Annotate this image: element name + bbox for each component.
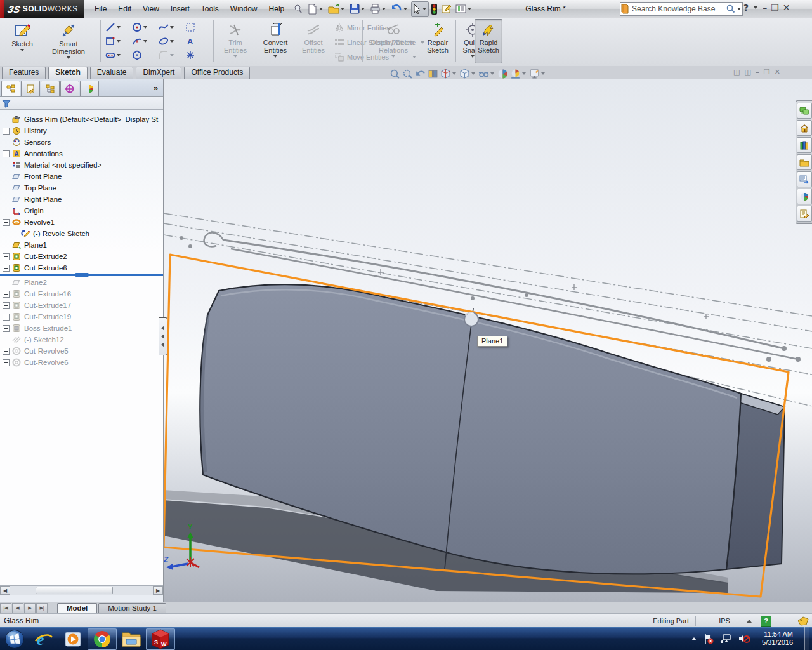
close-icon[interactable]: ✕ — [783, 3, 790, 13]
sketch-button[interactable]: Sketch — [4, 19, 41, 63]
tree-item-annotations[interactable]: AAnnotations — [0, 148, 163, 159]
offset-entities-button[interactable]: Offset Entities — [296, 19, 331, 63]
rebuild-traffic-light-button[interactable] — [430, 1, 438, 17]
expand-plus-icon[interactable] — [3, 291, 10, 298]
comments-pane-button[interactable] — [797, 103, 812, 119]
spline-tool[interactable] — [159, 22, 185, 32]
doc-restore-icon[interactable]: ❐ — [764, 68, 770, 77]
appearances-pane-button[interactable] — [797, 189, 812, 204]
view-settings-button[interactable] — [529, 69, 546, 79]
menu-file[interactable]: File — [89, 1, 112, 17]
tab-evaluate[interactable]: Evaluate — [90, 67, 134, 79]
taskbar-solidworks-icon[interactable]: SW — [146, 628, 175, 650]
arc-tool[interactable] — [132, 36, 159, 46]
tree-item-sketch12[interactable]: (-) Sketch12 — [0, 334, 163, 345]
tree-item-origin[interactable]: Origin — [0, 205, 163, 216]
units-caret-icon[interactable] — [747, 620, 752, 623]
menu-tools[interactable]: Tools — [195, 1, 225, 17]
hidden-icons-arrow[interactable] — [691, 637, 697, 640]
help-icon[interactable]: ? — [743, 3, 749, 13]
save-button[interactable] — [348, 1, 367, 17]
expand-plus-icon[interactable] — [3, 325, 10, 332]
taskbar-start-button[interactable] — [0, 628, 29, 650]
tree-item-cut-extrude19[interactable]: Cut-Extrude19 — [0, 311, 163, 322]
status-help-icon[interactable]: ? — [761, 616, 771, 627]
rapid-sketch-button[interactable]: Rapid Sketch — [475, 19, 502, 63]
dimxpert-manager-tab[interactable] — [60, 81, 79, 96]
section-view-button[interactable] — [428, 69, 438, 79]
next-tab-arrow[interactable]: ▶ — [24, 603, 36, 613]
tree-item-cut-extrude6[interactable]: Cut-Extrude6 — [0, 262, 163, 274]
toolbar-list-button[interactable] — [454, 1, 474, 17]
tree-item-cut-extrude2[interactable]: Cut-Extrude2 — [0, 251, 163, 262]
tree-horizontal-scrollbar[interactable]: ◀ ▶ — [0, 585, 163, 595]
resources-tag-icon[interactable] — [797, 616, 809, 626]
graphics-viewport[interactable]: Y Z Plane1 — [164, 79, 812, 602]
select-box-tool[interactable] — [185, 22, 208, 32]
undo-button[interactable] — [390, 1, 410, 17]
line-tool[interactable] — [105, 22, 132, 32]
doc-minimize-icon[interactable]: – — [756, 68, 759, 77]
rollback-bar[interactable] — [0, 274, 163, 276]
tab-office-products[interactable]: Office Products — [184, 67, 250, 79]
repair-sketch-button[interactable]: Repair Sketch — [422, 19, 453, 63]
design-library-pane-button[interactable] — [797, 137, 812, 153]
configuration-manager-tab[interactable] — [41, 81, 60, 96]
tree-item-front-plane[interactable]: Front Plane — [0, 171, 163, 182]
expand-plus-icon[interactable] — [3, 302, 10, 309]
scroll-right-arrow[interactable]: ▶ — [153, 586, 163, 595]
circle-tool[interactable] — [132, 22, 159, 32]
text-tool[interactable]: A — [185, 36, 208, 46]
edit-appearance-button[interactable] — [497, 69, 508, 79]
volume-muted-icon[interactable] — [738, 633, 750, 644]
expand-plus-icon[interactable] — [3, 128, 10, 135]
pane-left-icon[interactable]: ◫ — [733, 68, 740, 77]
expand-plus-icon[interactable] — [3, 359, 10, 366]
expand-minus-icon[interactable] — [3, 219, 10, 226]
polygon-tool[interactable] — [132, 50, 159, 60]
panel-splitter-handle[interactable] — [159, 317, 167, 355]
file-explorer-pane-button[interactable] — [797, 154, 812, 170]
zoom-to-area-button[interactable] — [402, 69, 413, 79]
scroll-thumb[interactable] — [36, 587, 113, 594]
menu-view[interactable]: View — [137, 1, 165, 17]
display-style-button[interactable] — [459, 69, 476, 79]
help-caret[interactable] — [754, 6, 757, 9]
network-icon[interactable] — [720, 633, 732, 644]
menu-help[interactable]: Help — [263, 1, 291, 17]
tree-item-cut-extrude17[interactable]: Cut-Extrude17 — [0, 300, 163, 311]
tree-item-cut-revolve5[interactable]: Cut-Revolve5 — [0, 345, 163, 357]
tree-item-right-plane[interactable]: Right Plane — [0, 194, 163, 205]
tree-item-history[interactable]: History — [0, 125, 163, 136]
open-document-button[interactable] — [327, 1, 347, 17]
menu-insert[interactable]: Insert — [165, 1, 195, 17]
menu-edit[interactable]: Edit — [112, 1, 137, 17]
tabs-overflow-chevron[interactable]: » — [154, 83, 158, 93]
slot-tool[interactable] — [105, 50, 132, 60]
tree-item-sensors[interactable]: Sensors — [0, 136, 163, 148]
action-center-flag-icon[interactable] — [703, 633, 714, 644]
tab-features[interactable]: Features — [2, 67, 46, 79]
tab-sketch[interactable]: Sketch — [48, 67, 87, 79]
expand-plus-icon[interactable] — [3, 265, 10, 272]
search-icon[interactable] — [726, 4, 736, 14]
corner-rectangle-tool[interactable] — [105, 36, 132, 46]
tree-item-material-not-specified[interactable]: Material <not specified> — [0, 159, 163, 171]
property-manager-tab[interactable] — [21, 81, 40, 96]
tree-item-plane2[interactable]: Plane2 — [0, 277, 163, 288]
expand-plus-icon[interactable] — [3, 150, 10, 157]
knowledge-base-search[interactable]: Search Knowledge Base — [620, 2, 743, 16]
tree-item-cut-revolve6[interactable]: Cut-Revolve6 — [0, 357, 163, 368]
expand-plus-icon[interactable] — [3, 348, 10, 355]
show-desktop-button[interactable] — [804, 627, 809, 650]
point-tool[interactable] — [185, 50, 208, 60]
last-tab-arrow[interactable]: ▶| — [36, 603, 48, 613]
print-button[interactable] — [369, 1, 388, 17]
tree-item-revole-sketch[interactable]: (-) Revole Sketch — [0, 228, 163, 239]
tab-model[interactable]: Model — [57, 603, 97, 614]
convert-entities-button[interactable]: Convert Entities — [256, 19, 295, 63]
taskbar-chrome-icon[interactable] — [88, 628, 117, 650]
view-orientation-button[interactable] — [440, 69, 457, 79]
doc-close-icon[interactable]: ✕ — [775, 68, 780, 77]
search-dropdown-caret[interactable] — [737, 8, 741, 10]
